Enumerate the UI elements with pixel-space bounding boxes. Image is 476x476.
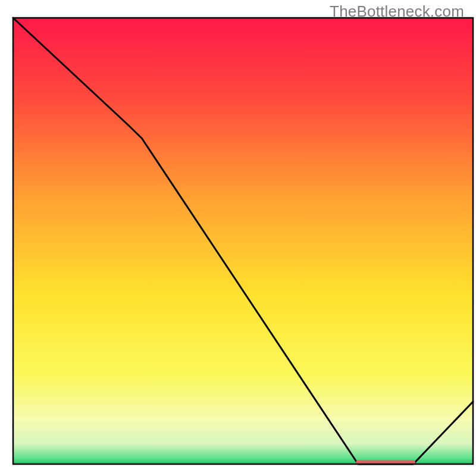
plot-area <box>13 18 473 464</box>
bottleneck-chart <box>0 0 476 476</box>
chart-stage: TheBottleneck.com <box>0 0 476 476</box>
